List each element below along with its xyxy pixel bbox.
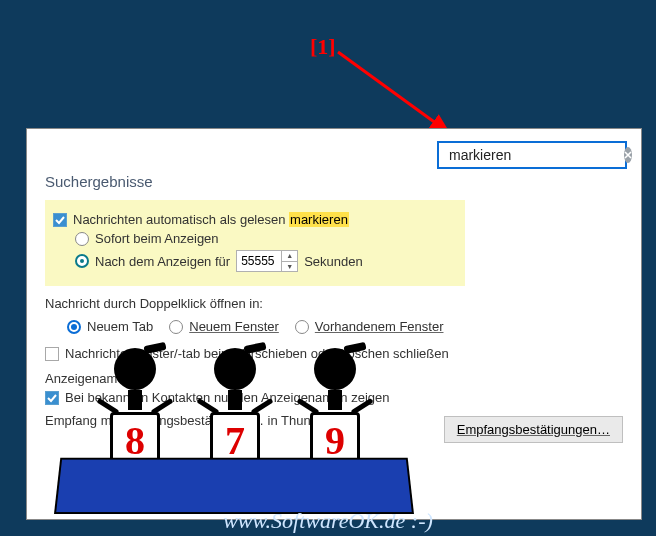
radio-after-delay[interactable]: [75, 254, 89, 268]
mark-read-checkbox[interactable]: [53, 213, 67, 227]
seconds-unit: Sekunden: [304, 254, 363, 269]
spinner-up-icon[interactable]: ▲: [282, 251, 297, 262]
radio-existing-window-label: Vorhandenem Fenster: [315, 319, 444, 334]
judges-table: [54, 458, 414, 514]
svg-line-0: [338, 52, 448, 132]
search-box: [437, 141, 627, 169]
mark-read-label: Nachrichten automatisch als gelesen mark…: [73, 212, 349, 227]
known-contacts-checkbox[interactable]: [45, 391, 59, 405]
judge-2: 7: [200, 348, 270, 468]
seconds-input[interactable]: [237, 251, 281, 271]
radio-existing-window[interactable]: [295, 320, 309, 334]
judge-1: 8: [100, 348, 170, 468]
receipts-button[interactable]: Empfangsbestätigungen…: [444, 416, 623, 443]
judge-3: 9: [300, 348, 370, 468]
search-input[interactable]: [449, 147, 624, 163]
radio-after-delay-label: Nach dem Anzeigen für: [95, 254, 230, 269]
radio-new-window[interactable]: [169, 320, 183, 334]
annotation-1: [1]: [310, 34, 336, 60]
open-doubleclick-label: Nachricht durch Doppelklick öffnen in:: [45, 296, 623, 311]
highlighted-result: Nachrichten automatisch als gelesen mark…: [45, 200, 465, 286]
close-on-move-checkbox[interactable]: [45, 347, 59, 361]
radio-immediate[interactable]: [75, 232, 89, 246]
radio-new-tab[interactable]: [67, 320, 81, 334]
radio-new-tab-label: Neuem Tab: [87, 319, 153, 334]
results-title: Suchergebnisse: [45, 173, 623, 190]
radio-immediate-label: Sofort beim Anzeigen: [95, 231, 219, 246]
clear-search-icon[interactable]: [624, 147, 632, 163]
seconds-spinner[interactable]: ▲ ▼: [236, 250, 298, 272]
radio-new-window-label: Neuem Fenster: [189, 319, 279, 334]
spinner-down-icon[interactable]: ▼: [282, 262, 297, 272]
watermark: www.SoftwareOK.de :-): [0, 508, 656, 534]
search-highlight: markieren: [289, 212, 349, 227]
